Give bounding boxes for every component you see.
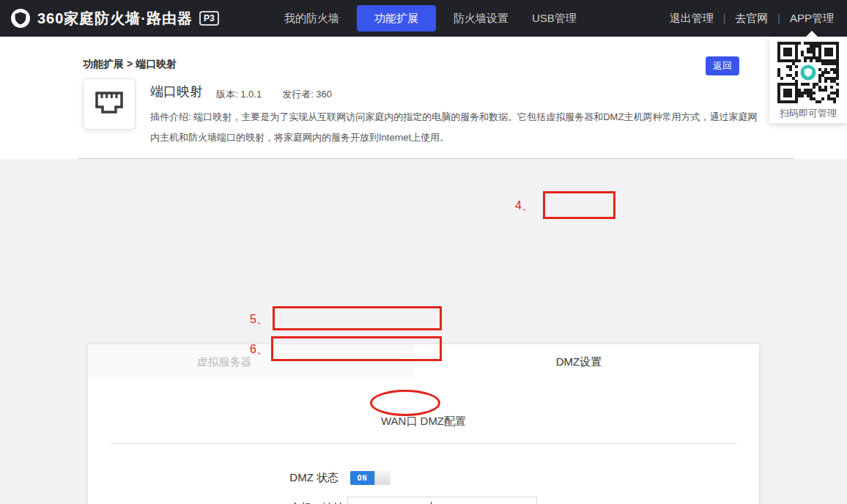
logout-link[interactable]: 退出管理	[670, 12, 714, 26]
nav-usb-management[interactable]: USB管理	[520, 0, 588, 37]
dmz-host-ip-input[interactable]: 192.168.0.2	[347, 497, 537, 504]
link-separator: |	[777, 12, 780, 24]
annotation-box-dmz-tab	[543, 191, 615, 219]
toggle-knob	[374, 471, 391, 485]
annotation-number-6: 6、	[250, 342, 268, 357]
qr-code	[777, 42, 839, 103]
nav-feature-extension[interactable]: 功能扩展	[357, 5, 436, 32]
breadcrumb[interactable]: 功能扩展 > 端口映射	[83, 58, 177, 71]
dmz-settings-panel: 虚拟服务器 DMZ设置 WAN口 DMZ配置 DMZ 状态 ON DMZ主机IP…	[88, 344, 759, 504]
toggle-on-state: ON	[350, 471, 374, 485]
annotation-box-dmz-status	[273, 306, 442, 330]
qr-caption: 扫码即可管理	[769, 107, 847, 120]
dmz-host-ip-label: DMZ主机IP地址	[220, 501, 344, 504]
top-navbar: 360家庭防火墙·路由器 P3 我的防火墙 功能扩展 防火墙设置 USB管理 退…	[0, 0, 847, 37]
brand-title: 360家庭防火墙·路由器	[37, 9, 193, 29]
plugin-meta: 版本: 1.0.1 发行者: 360	[216, 88, 332, 101]
annotation-number-5: 5、	[250, 312, 268, 327]
back-button[interactable]: 返回	[706, 56, 739, 75]
link-separator: |	[723, 12, 726, 24]
dmz-status-toggle[interactable]: ON	[350, 471, 391, 485]
dmz-status-label: DMZ 状态	[234, 470, 339, 485]
qr-popup: 扫码即可管理	[769, 37, 847, 123]
page-root: 360家庭防火墙·路由器 P3 我的防火墙 功能扩展 防火墙设置 USB管理 退…	[0, 0, 847, 504]
content-background: 虚拟服务器 DMZ设置 WAN口 DMZ配置 DMZ 状态 ON DMZ主机IP…	[0, 159, 847, 504]
panel-divider	[110, 443, 737, 444]
ip-value: 192.168.0.2	[372, 501, 430, 504]
plugin-title: 端口映射	[150, 83, 203, 100]
main-nav: 我的防火墙 功能扩展 防火墙设置 USB管理	[273, 0, 588, 37]
nav-my-firewall[interactable]: 我的防火墙	[273, 0, 351, 37]
brand: 360家庭防火墙·路由器 P3	[10, 0, 219, 37]
plugin-icon-card	[83, 78, 136, 130]
shield-logo-icon	[10, 8, 31, 29]
annotation-number-4: 4、	[515, 199, 533, 214]
annotation-box-dmz-ip	[271, 336, 442, 361]
official-site-link[interactable]: 去官网	[735, 12, 768, 26]
wan-dmz-config-title: WAN口 DMZ配置	[88, 415, 759, 429]
brand-model-badge: P3	[199, 11, 219, 26]
qr-popup-caret	[806, 31, 818, 37]
app-management-link[interactable]: APP管理	[790, 12, 834, 26]
plugin-description: 插件介绍: 端口映射，主要是为了实现从互联网访问家庭内的指定的电脑的服务和数据。…	[150, 107, 763, 148]
annotation-ellipse-save	[370, 390, 440, 416]
nav-firewall-settings[interactable]: 防火墙设置	[442, 0, 520, 37]
plugin-publisher: 发行者: 360	[282, 88, 332, 101]
tab-dmz-settings[interactable]: DMZ设置	[498, 344, 659, 379]
plugin-version: 版本: 1.0.1	[216, 88, 262, 101]
ethernet-port-icon	[93, 89, 125, 119]
